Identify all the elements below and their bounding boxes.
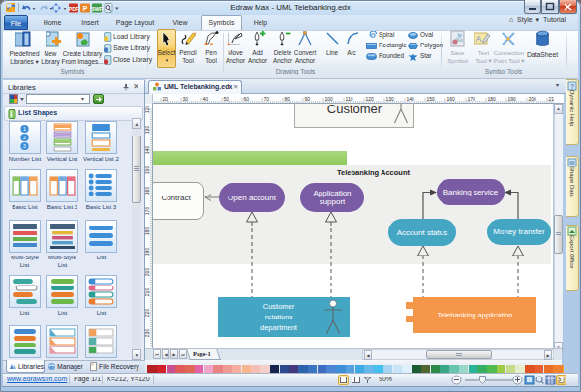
svg-text:50: 50: [224, 96, 229, 102]
svg-text:140: 140: [407, 96, 415, 102]
svg-text:200: 200: [529, 96, 537, 102]
svg-text:60: 60: [244, 96, 250, 102]
svg-text:140: 140: [145, 146, 150, 155]
svg-text:150: 150: [145, 166, 150, 175]
svg-text:120: 120: [366, 96, 375, 102]
svg-text:180: 180: [488, 96, 497, 102]
svg-text:170: 170: [145, 207, 150, 216]
svg-text:3: 3: [23, 143, 26, 149]
svg-text:190: 190: [508, 96, 517, 102]
svg-text:40: 40: [203, 96, 209, 102]
svg-text:130: 130: [386, 96, 395, 102]
svg-text:2: 2: [23, 135, 26, 140]
svg-text:170: 170: [468, 96, 476, 102]
svg-text:180: 180: [145, 227, 150, 236]
svg-text:160: 160: [447, 96, 456, 102]
svg-text:20: 20: [163, 96, 168, 102]
svg-text:210: 210: [145, 288, 150, 297]
svg-text:1: 1: [23, 126, 26, 132]
svg-text:220: 220: [145, 309, 150, 317]
svg-text:?: ?: [570, 83, 574, 90]
svg-text:30: 30: [183, 96, 189, 102]
svg-text:200: 200: [145, 268, 150, 277]
svg-text:210: 210: [549, 96, 555, 102]
svg-text:130: 130: [145, 126, 150, 135]
svg-text:110: 110: [346, 96, 353, 102]
svg-text:190: 190: [145, 248, 150, 256]
svg-text:230: 230: [145, 329, 150, 338]
svg-text:120: 120: [145, 106, 150, 114]
svg-text:70: 70: [264, 96, 270, 102]
svg-text:160: 160: [145, 187, 150, 196]
svg-text:A: A: [475, 34, 482, 44]
svg-text:80: 80: [285, 96, 290, 102]
svg-text:150: 150: [427, 96, 436, 102]
svg-text:90: 90: [305, 96, 311, 102]
svg-text:100: 100: [325, 96, 334, 102]
